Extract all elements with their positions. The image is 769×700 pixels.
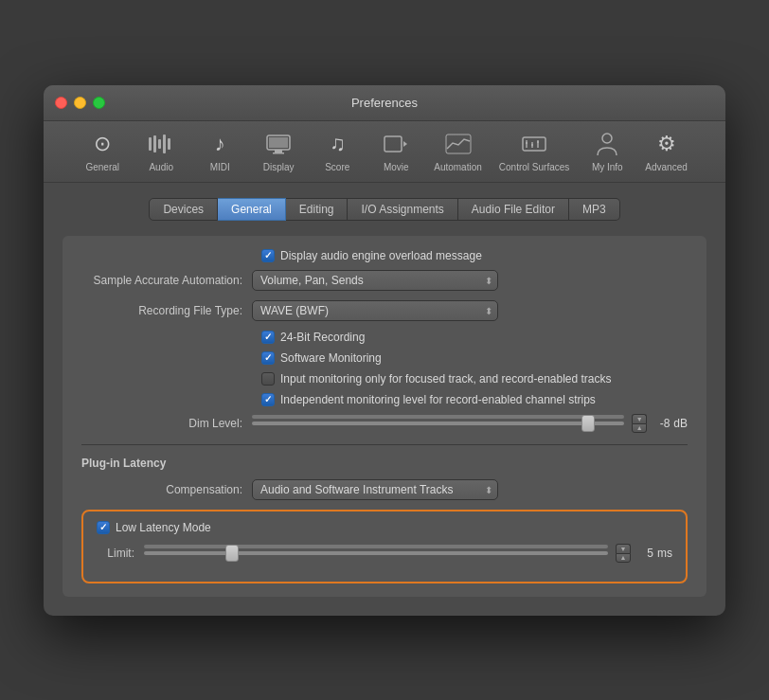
display-overload-label: Display audio engine overload message [280, 249, 482, 262]
software-monitoring-label: Software Monitoring [280, 351, 382, 365]
toolbar-label-advanced: Advanced [645, 162, 687, 172]
toolbar-label-automation: Automation [434, 162, 482, 172]
24bit-row: 24-Bit Recording [81, 331, 688, 344]
dim-level-unit: dB [673, 417, 688, 430]
input-monitoring-checkbox[interactable] [261, 372, 275, 386]
dim-level-slider-wrapper: ▼ ▲ -8 dB [252, 414, 688, 433]
display-overload-checkbox[interactable] [261, 249, 275, 262]
limit-value: 5 [635, 547, 653, 560]
tab-devices[interactable]: Devices [149, 198, 218, 221]
my-info-icon [592, 129, 622, 159]
recording-file-type-select-wrapper: WAVE (BWF) AIFF CAF ⬍ [252, 300, 498, 321]
svg-rect-2 [158, 139, 161, 149]
limit-stepper: ▼ ▲ 5 ms [616, 544, 672, 563]
dim-level-slider[interactable] [252, 415, 624, 419]
toolbar-label-movie: Movie [384, 162, 409, 172]
toolbar-item-control-surfaces[interactable]: Control Surfaces [499, 129, 569, 172]
compensation-select-wrapper: Audio and Software Instrument Tracks All… [252, 479, 498, 500]
toolbar-item-midi[interactable]: ♪ MIDI [199, 129, 241, 172]
recording-file-type-label: Recording File Type: [81, 304, 252, 317]
svg-rect-9 [384, 136, 402, 152]
settings-panel: Display audio engine overload message Sa… [63, 236, 706, 597]
24bit-checkbox[interactable] [261, 331, 275, 344]
advanced-icon: ⚙ [652, 129, 682, 159]
titlebar: Preferences [44, 85, 725, 121]
display-icon [263, 129, 294, 159]
dim-level-stepper: ▼ ▲ -8 dB [632, 414, 688, 433]
compensation-select[interactable]: Audio and Software Instrument Tracks All… [252, 479, 498, 500]
limit-up-arrow[interactable]: ▲ [616, 553, 631, 563]
svg-rect-18 [537, 141, 539, 143]
independent-monitoring-label: Independent monitoring level for record-… [280, 393, 596, 406]
toolbar-item-my-info[interactable]: My Info [586, 129, 628, 172]
dim-level-label: Dim Level: [81, 417, 252, 430]
dim-level-down-arrow[interactable]: ▼ [632, 414, 647, 423]
sample-accurate-select[interactable]: Volume, Pan, Sends All Off [252, 270, 498, 291]
toolbar-item-movie[interactable]: Movie [375, 129, 417, 172]
low-latency-mode-label: Low Latency Mode [116, 521, 211, 534]
tab-editing[interactable]: Editing [286, 198, 349, 221]
midi-icon: ♪ [205, 129, 235, 159]
limit-unit: ms [657, 547, 672, 560]
toolbar-item-automation[interactable]: Automation [434, 129, 482, 172]
input-monitoring-row: Input monitoring only for focused track,… [81, 372, 688, 386]
svg-rect-0 [149, 137, 152, 151]
window-title: Preferences [351, 96, 418, 110]
tab-audio-file-editor[interactable]: Audio File Editor [458, 198, 569, 221]
24bit-label: 24-Bit Recording [280, 331, 365, 344]
toolbar-label-control-surfaces: Control Surfaces [499, 162, 569, 172]
toolbar-label-score: Score [325, 162, 349, 172]
toolbar-item-general[interactable]: ⊙ General [81, 129, 123, 172]
compensation-label: Compensation: [81, 483, 252, 496]
minimize-button[interactable] [74, 97, 86, 109]
toolbar-item-advanced[interactable]: ⚙ Advanced [645, 129, 687, 172]
toolbar-label-audio: Audio [149, 162, 173, 172]
tab-bar: Devices General Editing I/O Assignments … [63, 198, 706, 221]
general-icon: ⊙ [87, 129, 117, 159]
limit-track [144, 551, 608, 555]
svg-rect-3 [163, 135, 166, 153]
limit-slider[interactable] [144, 545, 608, 548]
low-latency-mode-checkbox[interactable] [97, 521, 110, 534]
svg-rect-4 [168, 138, 170, 150]
software-monitoring-checkbox[interactable] [261, 351, 275, 365]
svg-point-19 [602, 134, 612, 143]
toolbar-item-score[interactable]: ♫ Score [316, 129, 358, 172]
content-area: Devices General Editing I/O Assignments … [44, 183, 725, 616]
plugin-latency-title: Plug-in Latency [81, 457, 688, 470]
limit-arrows: ▼ ▲ [616, 544, 631, 563]
toolbar-item-display[interactable]: Display [258, 129, 299, 172]
recording-file-type-row: Recording File Type: WAVE (BWF) AIFF CAF… [81, 300, 688, 321]
toolbar-label-general: General [85, 162, 119, 172]
dim-level-row: Dim Level: ▼ ▲ -8 dB [81, 414, 688, 433]
low-latency-mode-row: Low Latency Mode [97, 521, 672, 534]
maximize-button[interactable] [93, 97, 105, 109]
preferences-window: Preferences ⊙ General Audio ♪ MIDI [44, 85, 725, 616]
svg-rect-17 [531, 144, 533, 146]
input-monitoring-label: Input monitoring only for focused track,… [280, 372, 612, 386]
limit-label: Limit: [97, 547, 144, 560]
software-monitoring-row: Software Monitoring [81, 351, 688, 365]
dim-level-arrows: ▼ ▲ [632, 414, 647, 433]
score-icon: ♫ [322, 129, 352, 159]
independent-monitoring-row: Independent monitoring level for record-… [81, 393, 688, 406]
sample-accurate-row: Sample Accurate Automation: Volume, Pan,… [81, 270, 688, 291]
tab-general[interactable]: General [218, 198, 286, 221]
section-separator [81, 444, 688, 445]
dim-level-up-arrow[interactable]: ▲ [632, 423, 647, 433]
limit-slider-wrapper: ▼ ▲ 5 ms [144, 544, 672, 563]
svg-rect-16 [526, 142, 528, 144]
toolbar-label-my-info: My Info [592, 162, 623, 172]
svg-rect-1 [153, 135, 156, 153]
recording-file-type-select[interactable]: WAVE (BWF) AIFF CAF [252, 300, 498, 321]
plugin-latency-box: Low Latency Mode Limit: ▼ ▲ [81, 510, 688, 583]
close-button[interactable] [55, 97, 67, 109]
toolbar-item-audio[interactable]: Audio [140, 129, 182, 172]
svg-marker-10 [403, 141, 407, 147]
control-surfaces-icon [519, 129, 549, 159]
svg-rect-7 [275, 150, 282, 153]
tab-io-assignments[interactable]: I/O Assignments [348, 198, 457, 221]
tab-mp3[interactable]: MP3 [569, 198, 620, 221]
limit-down-arrow[interactable]: ▼ [616, 544, 631, 553]
independent-monitoring-checkbox[interactable] [261, 393, 275, 406]
